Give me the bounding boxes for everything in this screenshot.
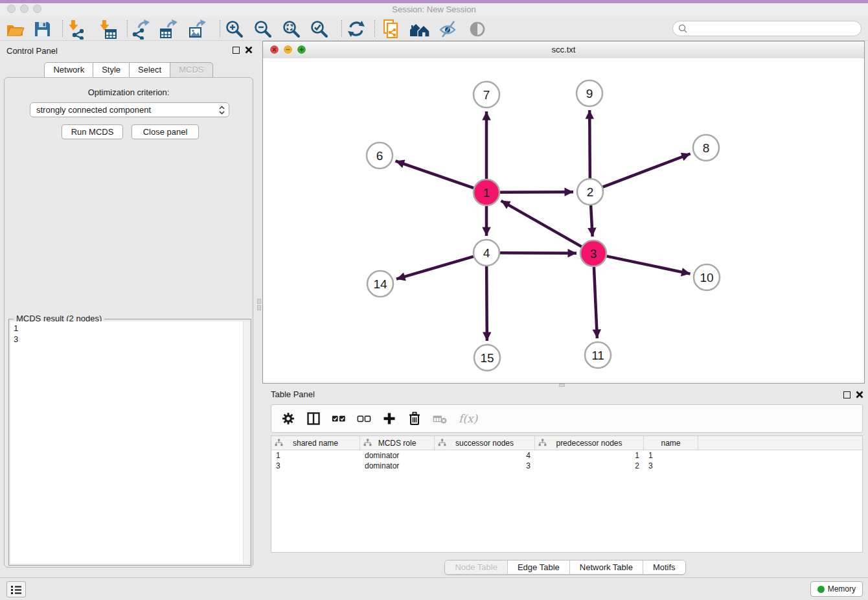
save-session-button[interactable] [31,19,53,40]
network-canvas[interactable]: 7968124314101511 [263,58,864,383]
edge-1-2[interactable] [500,192,573,192]
table-row[interactable]: 1dominator411 [271,450,862,461]
tab-edge-table[interactable]: Edge Table [507,560,569,574]
network-window-titlebar[interactable]: scc.txt [263,41,864,59]
column-header-predecessor-nodes[interactable]: predecessor nodes [535,436,644,450]
apply-layout-button[interactable] [345,19,367,40]
edge-2-8[interactable] [603,154,691,187]
column-header-shared-name[interactable]: shared name [271,436,360,450]
edge-4-15[interactable] [486,266,487,341]
float-panel-icon[interactable] [233,47,240,54]
column-header-label: MCDS role [378,439,417,448]
optimization-criterion-select[interactable]: strongly connected component [30,102,229,117]
show-panels-button[interactable] [466,19,488,40]
table-panel-title: Table Panel [271,389,315,399]
node-label-14: 14 [373,277,387,291]
toolbar-separator [127,20,128,37]
table-delete-icon [432,411,448,426]
edge-1-6[interactable] [396,161,474,188]
close-panel-button[interactable]: Close panel [131,124,199,139]
search-icon [678,23,688,34]
vertical-splitter-handle[interactable] [257,299,262,313]
import-network-icon [66,19,87,40]
export-network-button[interactable] [130,19,152,40]
eye-icon [468,19,487,39]
memory-button[interactable]: Memory [810,581,863,597]
export-image-icon [187,19,208,40]
edge-3-1[interactable] [501,201,582,247]
run-mcds-button[interactable]: Run MCDS [62,124,123,139]
main-toolbar [0,17,868,41]
node-label-3: 3 [590,247,597,260]
tab-select[interactable]: Select [129,62,170,78]
column-header-name[interactable]: name [644,436,698,450]
tab-motifs[interactable]: Motifs [643,560,685,574]
zoom-fit-icon [282,19,301,39]
checked-boxes-icon [331,411,347,426]
export-image-button[interactable] [187,19,209,40]
network-graph: 7968124314101511 [263,58,864,383]
toggle-panel-layout-button[interactable] [306,411,321,426]
deselect-all-button[interactable] [356,411,372,426]
node-label-6: 6 [376,149,383,163]
column-header-label: shared name [293,439,338,448]
tab-node-table[interactable]: Node Table [445,560,507,574]
window-title: Session: New Session [0,3,868,16]
tab-network[interactable]: Network [44,62,93,78]
new-network-button[interactable] [380,19,402,40]
add-column-button[interactable] [382,411,397,426]
delete-column-button[interactable] [407,411,422,426]
select-all-button[interactable] [331,411,347,426]
column-header-successor-nodes[interactable]: successor nodes [435,436,535,450]
edge-4-14[interactable] [396,257,474,279]
edge-4-3[interactable] [500,253,577,253]
table-cell: 3 [435,461,535,471]
import-table-button[interactable] [97,19,119,40]
node-label-15: 15 [480,351,494,365]
mcds-result-scrollbar[interactable] [243,321,249,564]
table-settings-button[interactable] [280,411,296,426]
hide-panels-button[interactable] [437,19,459,40]
mcds-result-line: 1 [14,323,244,334]
zoom-selected-icon [310,19,329,39]
column-header-mcds-role[interactable]: MCDS role [360,436,435,450]
table-cell: 1 [535,450,644,461]
float-table-panel-icon[interactable] [843,391,851,398]
delete-table-button-disabled [432,411,448,426]
reset-views-button[interactable] [409,19,431,40]
attribute-tree-icon [538,439,547,446]
mcds-result-line: 3 [14,334,244,345]
edge-2-3[interactable] [591,205,593,237]
eye-slash-icon [438,19,459,40]
attribute-tree-icon [275,439,283,446]
zoom-out-button[interactable] [252,19,274,40]
edge-3-11[interactable] [594,267,597,338]
close-panel-icon[interactable] [245,46,253,54]
tab-style[interactable]: Style [93,62,130,78]
task-history-button[interactable] [6,581,26,597]
node-label-2: 2 [587,185,594,199]
mcds-result-text[interactable]: 1 3 [10,321,244,564]
tab-network-table[interactable]: Network Table [569,560,643,574]
edge-2-9[interactable] [589,110,590,178]
node-label-1: 1 [483,186,490,200]
export-table-button[interactable] [158,19,180,40]
import-network-button[interactable] [65,19,87,40]
table-cell: 4 [435,450,535,461]
table-cell: 2 [535,461,644,471]
zoom-in-button[interactable] [223,19,246,40]
close-table-panel-icon[interactable] [856,391,863,398]
control-panel-title: Control Panel [6,46,58,56]
table-row[interactable]: 3dominator323 [271,461,862,471]
zoom-fit-button[interactable] [280,19,303,40]
edge-3-10[interactable] [607,256,691,273]
status-bar: Memory [0,577,868,600]
zoom-selected-button[interactable] [308,19,330,40]
export-network-icon [131,19,152,40]
function-builder-button-disabled: f(x) [457,411,477,426]
tab-mcds[interactable]: MCDS [170,62,212,78]
open-session-button[interactable] [4,19,26,40]
toolbar-separator [62,20,63,37]
control-panel-tabs: Network Style Select MCDS [0,62,257,78]
search-input[interactable] [672,21,862,36]
